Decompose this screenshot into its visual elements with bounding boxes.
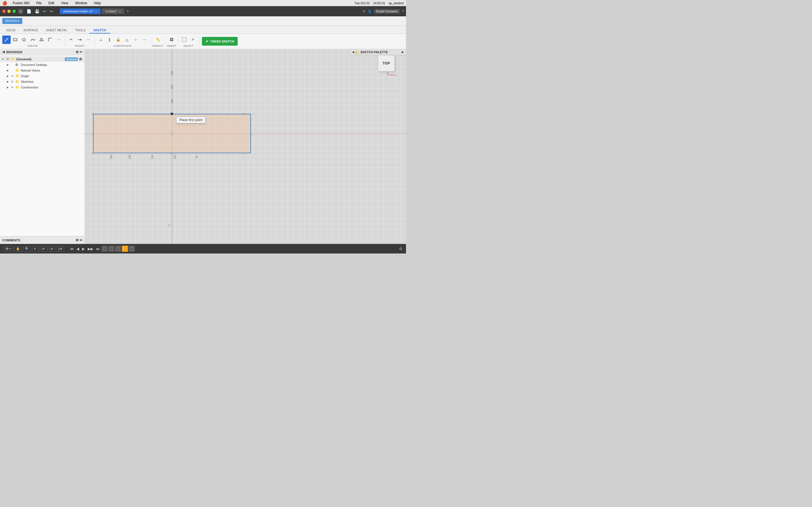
frame-3[interactable] [115,245,121,252]
frame-5[interactable] [129,245,135,252]
anim-start[interactable]: ⏮ [69,245,75,252]
tree-item-origin[interactable]: ▶ 👁 📁 Origin [0,73,84,79]
help-button[interactable]: ? [402,10,404,13]
polygon-tool[interactable] [37,36,46,44]
sketch-rectangle[interactable]: ✕ ✕ ✕ ✕ ▷ ▷ △ △ 250 200 150 100 50 [93,114,251,153]
maximize-button[interactable] [12,10,16,13]
mid-left[interactable]: △ [91,132,94,135]
palette-expand-icon[interactable]: ▶ [402,51,404,54]
tab-tools[interactable]: TOOLS [71,27,89,34]
tab-solid[interactable]: SOLID [2,27,19,34]
tree-item-construction[interactable]: ▶ 👁 📁 Construction [0,84,84,90]
tab-sketch[interactable]: SKETCH [89,27,110,34]
bottom-handle[interactable]: ▷ [168,223,171,227]
app-name-menu[interactable]: Fusion 360 [11,1,31,5]
minimize-button[interactable] [7,10,11,13]
new-file-button[interactable]: 📄 [26,8,33,14]
undo-button[interactable]: ↩ [42,8,47,14]
root-settings-icon[interactable]: ⚙ [79,57,82,61]
corner-bl[interactable]: ✕ [91,152,95,155]
fillet-tool[interactable] [46,36,54,44]
save-button[interactable]: 💾 [34,8,41,14]
file-menu[interactable]: File [35,1,43,5]
view-mode-1[interactable]: □▾ [39,246,47,251]
constraint-circle[interactable]: ○ [132,36,140,44]
sep-3 [150,36,151,47]
svg-line-0 [5,38,8,41]
viewport[interactable]: ✕ ✕ ✕ ✕ ▷ ▷ △ △ 250 200 150 100 50 [85,49,406,244]
edit-menu[interactable]: Edit [47,1,56,5]
inspect-measure[interactable]: 📏 [154,36,162,44]
hand-tool-button[interactable]: ✋ [14,246,22,251]
toolbar-icon-1[interactable]: ⟳ [363,10,365,13]
tree-item-doc-settings[interactable]: ▶ ⚙ Document Settings [0,62,84,68]
tab-skateboard-close[interactable]: ✕ [95,10,97,13]
toolbar-icon-2[interactable]: 👤 [368,10,371,13]
view-mode-3[interactable]: ⊡▾ [56,246,64,251]
circle-tool[interactable] [20,36,28,44]
anim-prev[interactable]: ◀ [75,245,80,252]
frame-4-active[interactable] [122,245,128,252]
frame-2[interactable] [108,245,114,252]
zoom-dropdown-button[interactable]: ▾ [32,246,38,251]
mid-right[interactable]: △ [250,132,253,135]
close-button[interactable] [2,10,6,13]
constraint-lock[interactable]: 🔒 [114,36,122,44]
tab-untitled-close[interactable]: ✕ [119,10,121,13]
rectangle-tool[interactable] [11,36,19,44]
browser-root[interactable]: ▾ 👁 📁 (Unsaved) Unsaved ⚙ [0,56,84,62]
select-arrow[interactable]: ↗ [189,36,197,44]
frame-1[interactable] [101,245,108,252]
grid-menu-icon[interactable]: ⊞ [18,9,23,14]
constraint-more[interactable]: ⋯ [140,36,149,44]
view-mode-2[interactable]: □▾ [48,246,55,251]
construction-eye[interactable]: 👁 [11,86,15,89]
tab-sheet-metal[interactable]: SHEET METAL [42,27,71,34]
more-create-button[interactable]: ⋯ [55,36,63,44]
tab-skateboard[interactable]: skateboard holder v2* ✕ [60,8,101,14]
select-window[interactable] [180,36,188,44]
spline-tool[interactable] [29,36,37,44]
tab-surface[interactable]: SURFACE [19,27,42,34]
sketches-eye[interactable]: 👁 [11,80,15,83]
browser-expand-icon[interactable]: ⊞ [76,50,79,54]
design-mode-button[interactable]: DESIGN ▾ [2,18,22,24]
more-modify-button[interactable]: ⋯ [84,36,93,44]
anim-end[interactable]: ⏭ [95,245,101,252]
window-menu[interactable]: Window [74,1,88,5]
origin-eye[interactable]: 👁 [11,74,15,78]
sep-1 [65,36,65,47]
corner-tr[interactable]: ✕ [242,112,245,115]
anim-next[interactable]: ▶▶ [87,245,94,252]
tree-item-sketches[interactable]: ▶ 👁 📁 Sketches [0,79,84,84]
apple-menu[interactable]: 🍎 [2,1,7,5]
zoom-button[interactable]: 🔍 [23,246,31,251]
help-menu[interactable]: Help [93,1,102,5]
settings-gear-button[interactable]: ⚙ [399,246,403,251]
browser-collapse-icon[interactable]: ◀ [2,50,4,54]
anim-play[interactable]: ▶ [81,245,86,252]
extend-tool[interactable] [75,36,84,44]
constraint-triangle[interactable]: △ [123,36,131,44]
root-eye[interactable]: 👁 [6,57,11,61]
corner-tl[interactable]: ✕ [91,112,95,115]
line-tool[interactable] [2,36,11,44]
tab-untitled[interactable]: Untitled* ✕ [102,8,124,14]
tree-item-named-views[interactable]: ▶ 📁 Named Views [0,68,84,73]
comments-expand-icon[interactable]: ⊞ [76,238,79,242]
constraint-parallel[interactable]: ∥ [105,36,114,44]
scissors-tool[interactable]: ✂ [67,36,75,44]
redo-button[interactable]: ↪ [49,8,54,14]
palette-collapse-left[interactable]: ◀ [352,51,354,54]
view-cube[interactable]: X Z TOP [378,55,398,77]
constraint-perp[interactable]: ⊥ [96,36,105,44]
move-tool-button[interactable]: ▾ [3,246,13,251]
view-menu[interactable]: View [60,1,69,5]
browser-resize-icon[interactable]: ⇔ [80,50,82,54]
finish-sketch-button[interactable]: ✓ FINISH SKETCH [202,37,238,46]
comments-resize-icon[interactable]: ⇔ [80,238,82,242]
insert-image[interactable]: 🖼 [167,36,175,44]
corner-br[interactable]: ✕ [242,152,245,155]
view-cube-box[interactable]: TOP [378,55,395,71]
add-tab-button[interactable]: + [126,9,129,14]
